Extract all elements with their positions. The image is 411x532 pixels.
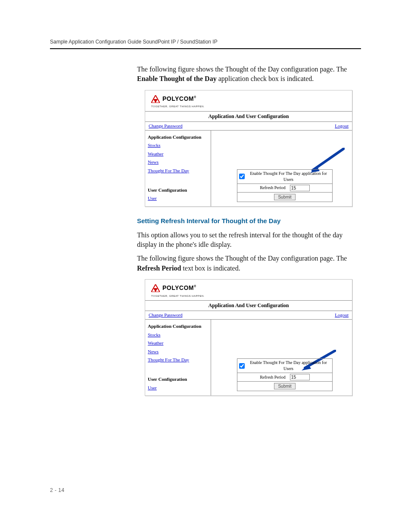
- logout-link[interactable]: Logout: [335, 312, 349, 318]
- sidebar-group-user: User Configuration: [148, 187, 208, 193]
- app-title-bar: Application And User Configuration: [145, 300, 352, 311]
- sidebar-group-user: User Configuration: [148, 376, 208, 383]
- sidebar-group-app: Application Configuration: [148, 134, 208, 140]
- brand-name: POLYCOM®: [162, 95, 196, 103]
- change-password-link[interactable]: Change Password: [149, 312, 183, 318]
- toolbar: Change Password Logout: [145, 122, 352, 131]
- section-heading: Setting Refresh Interval for Thought of …: [137, 216, 361, 225]
- brand-row: POLYCOM®: [145, 90, 352, 105]
- main-panel: Enable Thought For The Day application f…: [211, 131, 352, 206]
- section-para-1: This option allows you to set the refres…: [137, 230, 361, 250]
- doc-body: The following figure shows the Thought o…: [137, 65, 361, 405]
- sidebar-item-stocks[interactable]: Stocks: [148, 332, 208, 338]
- brand-name: POLYCOM®: [162, 284, 196, 292]
- sidebar: Application Configuration Stocks Weather…: [145, 131, 211, 206]
- enable-row: Enable Thought For The Day application f…: [237, 359, 332, 373]
- refresh-row: Refresh Period: [237, 373, 332, 382]
- sidebar-item-news[interactable]: News: [148, 348, 208, 355]
- brand-tagline: TOGETHER, GREAT THINGS HAPPEN.: [145, 294, 352, 300]
- polycom-logo-icon: [151, 284, 160, 292]
- submit-button[interactable]: Submit: [274, 194, 295, 200]
- polycom-logo-icon: [151, 95, 160, 103]
- refresh-period-input[interactable]: [290, 185, 310, 191]
- content-columns: Application Configuration Stocks Weather…: [145, 320, 352, 395]
- figure-2: POLYCOM® TOGETHER, GREAT THINGS HAPPEN. …: [145, 279, 352, 396]
- sidebar-item-user[interactable]: User: [148, 385, 208, 391]
- refresh-row: Refresh Period: [237, 184, 332, 193]
- refresh-period-input[interactable]: [290, 374, 310, 380]
- main-panel: Enable Thought For The Day application f…: [211, 320, 352, 395]
- sidebar: Application Configuration Stocks Weather…: [145, 320, 211, 395]
- enable-label: Enable Thought For The Day application f…: [246, 360, 330, 372]
- enable-thought-checkbox[interactable]: [239, 363, 245, 369]
- sidebar-group-app: Application Configuration: [148, 323, 208, 330]
- svg-marker-4: [153, 288, 158, 292]
- sidebar-item-thought[interactable]: Thought For The Day: [148, 357, 208, 363]
- submit-button[interactable]: Submit: [274, 383, 295, 389]
- change-password-link[interactable]: Change Password: [149, 123, 183, 129]
- enable-thought-checkbox[interactable]: [239, 174, 245, 179]
- page-number: 2 - 14: [50, 487, 65, 493]
- submit-row: Submit: [237, 382, 332, 391]
- refresh-label: Refresh Period: [260, 374, 286, 380]
- submit-row: Submit: [237, 193, 332, 202]
- sidebar-item-weather[interactable]: Weather: [148, 340, 208, 346]
- logout-link[interactable]: Logout: [335, 123, 349, 129]
- brand-tagline: TOGETHER, GREAT THINGS HAPPEN.: [145, 105, 352, 111]
- enable-row: Enable Thought For The Day application f…: [237, 170, 332, 184]
- refresh-label: Refresh Period: [260, 185, 286, 191]
- sidebar-item-stocks[interactable]: Stocks: [148, 142, 208, 149]
- doc-header-rule: [50, 48, 361, 49]
- toolbar: Change Password Logout: [145, 311, 352, 320]
- config-table: Enable Thought For The Day application f…: [237, 169, 333, 202]
- sidebar-item-thought[interactable]: Thought For The Day: [148, 168, 208, 174]
- brand-row: POLYCOM®: [145, 280, 352, 294]
- sidebar-item-news[interactable]: News: [148, 159, 208, 165]
- app-title-bar: Application And User Configuration: [145, 111, 352, 122]
- config-table: Enable Thought For The Day application f…: [237, 358, 333, 391]
- sidebar-item-user[interactable]: User: [148, 195, 208, 202]
- doc-running-header-text: Sample Application Configuration Guide S…: [50, 39, 218, 45]
- enable-label: Enable Thought For The Day application f…: [246, 171, 330, 183]
- content-columns: Application Configuration Stocks Weather…: [145, 131, 352, 206]
- section-para-2: The following figure shows the Thought o…: [137, 254, 361, 273]
- svg-marker-1: [153, 99, 158, 103]
- doc-running-header: Sample Application Configuration Guide S…: [50, 39, 359, 45]
- intro-paragraph: The following figure shows the Thought o…: [137, 65, 361, 84]
- figure-1: POLYCOM® TOGETHER, GREAT THINGS HAPPEN. …: [145, 90, 352, 207]
- sidebar-item-weather[interactable]: Weather: [148, 151, 208, 157]
